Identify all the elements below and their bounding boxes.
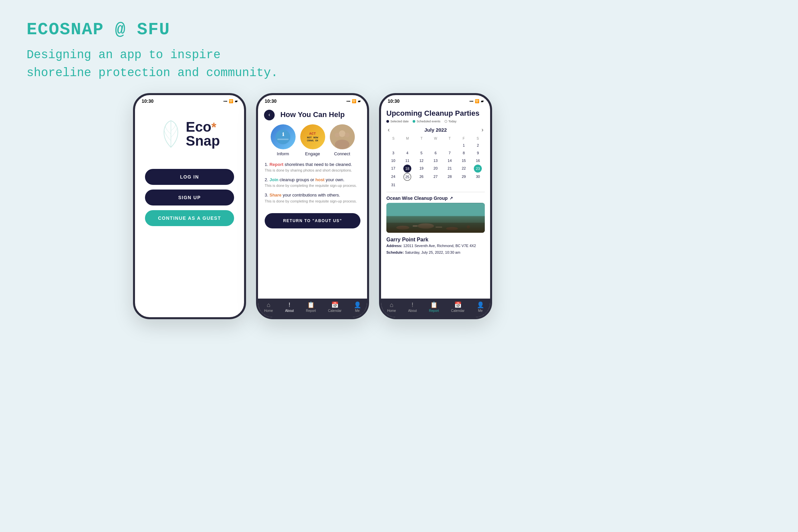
cal-day-30[interactable]: 30 — [471, 173, 485, 181]
nav-me-label-3: Me — [478, 309, 483, 312]
cal-day-12[interactable]: 12 — [415, 157, 428, 164]
status-icons-1: ▪▪▪ 🛜 ▰ — [224, 99, 238, 103]
legend-scheduled: Scheduled events — [413, 120, 440, 123]
home-icon-2: ⌂ — [267, 302, 270, 308]
cal-day-19[interactable]: 19 — [415, 165, 428, 173]
help-text-item-1: 1. Report shorelines that need to be cle… — [265, 162, 360, 172]
cal-day-2[interactable]: 2 — [471, 141, 485, 149]
nav-calendar-2[interactable]: 📅 Calendar — [328, 302, 342, 312]
cal-day-13[interactable]: 13 — [429, 157, 442, 164]
divider — [386, 192, 485, 192]
header-section: ECOSNAP @ SFU Designing an app to inspir… — [26, 20, 278, 82]
cal-day-23[interactable]: 23 — [474, 165, 482, 173]
cal-day-empty — [429, 141, 442, 149]
status-time-3: 10:30 — [388, 98, 400, 104]
page-title: ECOSNAP @ SFU — [26, 20, 278, 40]
guest-button[interactable]: CONTINUE AS A GUEST — [145, 210, 234, 226]
cal-day-28[interactable]: 28 — [443, 173, 457, 181]
cal-day-11[interactable]: 11 — [400, 157, 414, 164]
nav-calendar-3[interactable]: 📅 Calendar — [451, 302, 465, 312]
phone-login-body: Eco* Snap LOG IN SIGN UP CONTINUE AS A G… — [135, 106, 244, 226]
nav-about-3[interactable]: ! About — [408, 302, 417, 312]
nav-report-3[interactable]: 📋 Report — [429, 302, 439, 312]
report-icon-3: 📋 — [430, 302, 438, 308]
svg-point-6 — [335, 133, 340, 137]
cal-day-15[interactable]: 15 — [457, 157, 471, 164]
svg-point-7 — [345, 133, 349, 137]
external-link-icon[interactable]: ↗ — [450, 196, 453, 201]
help-step-2-sub: This is done by completing the requisite… — [265, 184, 360, 188]
logo-area: Eco* Snap — [159, 119, 220, 149]
help-item-connect: Connect — [330, 125, 355, 156]
phone-login: 10:30 ▪▪▪ 🛜 ▰ Eco* — [133, 93, 246, 319]
nav-me-label-2: Me — [355, 309, 360, 312]
help-text-item-2: 2. Join cleanup groups or host your own.… — [265, 177, 360, 188]
event-details: Address: 12011 Seventh Ave, Richmond, BC… — [386, 243, 485, 256]
inform-circle: ℹ — [271, 125, 296, 149]
nav-me-3[interactable]: 👤 Me — [477, 302, 484, 312]
help-item-inform: ℹ Inform — [271, 125, 296, 156]
cal-day-16[interactable]: 16 — [471, 157, 485, 164]
cal-day-26[interactable]: 26 — [415, 173, 428, 181]
cal-day-7[interactable]: 7 — [443, 149, 457, 157]
cal-day-17[interactable]: 17 — [386, 165, 400, 173]
cal-day-27[interactable]: 27 — [429, 173, 442, 181]
wifi-icon: 🛜 — [229, 99, 233, 103]
next-month-button[interactable]: › — [481, 126, 483, 133]
bottom-nav-3: ⌂ Home ! About 📋 Report 📅 Calendar 👤 Me — [381, 299, 490, 317]
help-item-engage: ACT NOT NOW CRAWL EH Engage — [300, 125, 325, 156]
nav-report-2[interactable]: 📋 Report — [306, 302, 316, 312]
return-button[interactable]: RETURN TO "ABOUT US" — [265, 213, 360, 228]
cal-day-29[interactable]: 29 — [457, 173, 471, 181]
nav-home-3[interactable]: ⌂ Home — [387, 302, 396, 312]
cal-day-14[interactable]: 14 — [443, 157, 457, 164]
weekday-f: F — [457, 135, 471, 141]
cal-day-9[interactable]: 9 — [471, 149, 485, 157]
nav-calendar-label-3: Calendar — [451, 309, 465, 312]
inform-label: Inform — [277, 151, 289, 156]
cal-day-empty — [386, 141, 400, 149]
event-location-name: Garry Point Park — [386, 237, 485, 243]
cal-day-21[interactable]: 21 — [443, 165, 457, 173]
nav-about-2[interactable]: ! About — [285, 302, 293, 312]
status-icons-2: ▪▪▪ 🛜 ▰ — [346, 99, 360, 103]
event-address-line: Address: 12011 Seventh Ave, Richmond, BC… — [386, 243, 485, 249]
calendar-icon-2: 📅 — [331, 302, 339, 308]
status-time-1: 10:30 — [141, 98, 154, 104]
cal-day-25[interactable]: 25 — [403, 173, 411, 181]
nav-home-2[interactable]: ⌂ Home — [264, 302, 273, 312]
cal-day-3[interactable]: 3 — [386, 149, 400, 157]
cal-day-empty — [443, 141, 457, 149]
me-icon-2: 👤 — [354, 302, 361, 308]
back-button[interactable]: ‹ — [264, 110, 274, 120]
logo-text: Eco* Snap — [186, 120, 220, 148]
cal-day-8[interactable]: 8 — [457, 149, 471, 157]
me-icon-3: 👤 — [477, 302, 484, 308]
signup-button[interactable]: SIGN UP — [145, 190, 234, 206]
event-image-overlay — [386, 215, 485, 233]
help-icons-row: ℹ Inform ACT NOT NOW CRAWL EH Eng — [271, 125, 355, 156]
svg-point-4 — [339, 130, 345, 137]
calendar-page-title: Upcoming Cleanup Parties — [386, 109, 485, 118]
cal-day-31[interactable]: 31 — [386, 181, 400, 189]
cal-day-6[interactable]: 6 — [429, 149, 442, 157]
login-button[interactable]: LOG IN — [145, 169, 234, 185]
cal-day-1[interactable]: 1 — [457, 141, 471, 149]
cal-day-empty — [415, 141, 428, 149]
about-icon-2: ! — [289, 302, 290, 308]
legend-today: Today — [444, 120, 457, 123]
cal-day-4[interactable]: 4 — [400, 149, 414, 157]
help-step-1-main: 1. Report shorelines that need to be cle… — [265, 162, 360, 168]
logo-eco: Eco* — [186, 120, 216, 134]
cal-day-24[interactable]: 24 — [386, 173, 400, 181]
connect-label: Connect — [334, 151, 350, 156]
battery-icon-2: ▰ — [358, 99, 360, 103]
cal-day-20[interactable]: 20 — [429, 165, 442, 173]
cal-day-10[interactable]: 10 — [386, 157, 400, 164]
nav-me-2[interactable]: 👤 Me — [354, 302, 361, 312]
prev-month-button[interactable]: ‹ — [388, 126, 390, 133]
cal-day-18[interactable]: 18 — [403, 165, 411, 173]
cal-day-5[interactable]: 5 — [415, 149, 428, 157]
event-image — [386, 203, 485, 233]
cal-day-22[interactable]: 22 — [457, 165, 471, 173]
